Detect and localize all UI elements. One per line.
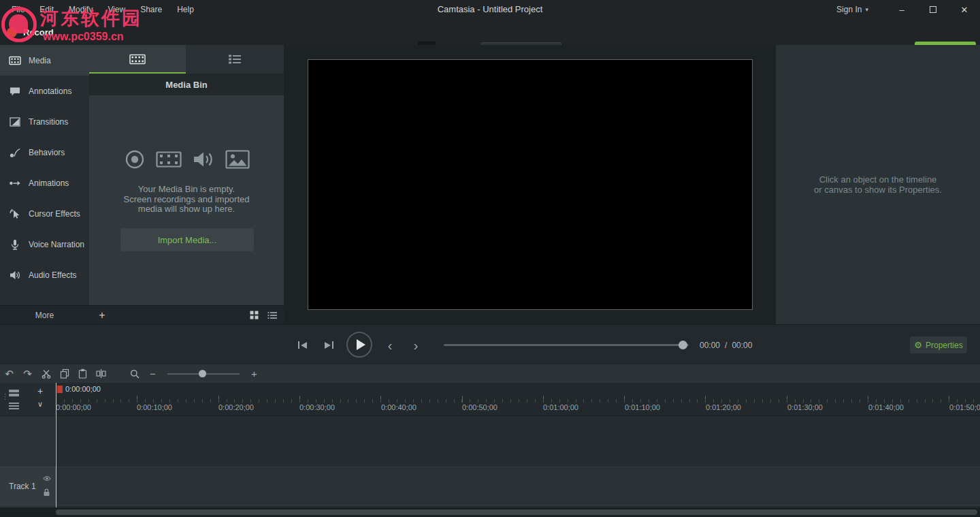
sidebar-item-cursor-effects[interactable]: Cursor Effects (0, 198, 89, 229)
cut-button[interactable] (37, 364, 55, 383)
ruler-label: 0:00:00;00 (56, 403, 91, 411)
playhead-line[interactable] (56, 383, 56, 507)
copy-button[interactable] (55, 364, 74, 383)
plus-icon: + (99, 309, 105, 322)
previous-frame-icon-triangle (301, 342, 307, 349)
ruler-label: 0:01:20;00 (706, 403, 741, 411)
behaviors-icon (9, 146, 21, 159)
track-height-large-icon[interactable] (8, 389, 20, 397)
cursor-effects-icon (9, 208, 21, 220)
sign-in-button[interactable]: Sign In ▾ (836, 5, 868, 14)
redo-button[interactable]: ↷ (18, 364, 37, 383)
timeline-toolbar: ↶ ↷ − + (0, 364, 980, 383)
track-options-button[interactable]: ∨ (34, 398, 46, 410)
zoom-in-button[interactable]: + (245, 364, 263, 383)
tab-media-bin[interactable] (89, 45, 186, 74)
sidebar-item-audio-effects[interactable]: Audio Effects (0, 260, 89, 290)
split-icon (96, 369, 106, 379)
properties-hint-line-2: or canvas to show its Properties. (776, 185, 980, 195)
transitions-icon (9, 116, 21, 128)
minimize-button[interactable]: – (886, 0, 917, 19)
undo-button[interactable]: ↶ (0, 364, 18, 383)
ruler-label: 0:00:30;00 (299, 403, 335, 411)
lock-icon[interactable] (43, 488, 50, 497)
timeline-corner: ⋮ + ∨ (0, 383, 56, 416)
plus-icon: + (251, 368, 257, 379)
media-bin-footer: + (89, 305, 284, 324)
properties-button[interactable]: ⚙ Properties (910, 336, 967, 354)
menu-file[interactable]: File (4, 0, 32, 19)
track-1-lane[interactable] (56, 467, 980, 505)
scissors-icon (42, 369, 51, 379)
add-media-button[interactable]: + (94, 306, 110, 324)
split-button[interactable] (92, 364, 110, 383)
paste-button[interactable] (74, 364, 92, 383)
empty-line-1: Your Media Bin is empty. (89, 185, 284, 195)
ruler-label: 0:00:50;00 (462, 403, 497, 411)
tools-sidebar: Media Annotations Transitions Behaviors … (0, 45, 89, 305)
eye-icon[interactable] (43, 475, 51, 482)
seek-handle[interactable] (679, 341, 687, 349)
import-media-button[interactable]: Import Media... (120, 228, 254, 251)
total-time: 00:00 (732, 341, 752, 350)
timeline-ruler[interactable]: 0:00:00;00 0:00:10;00 0:00:20;00 0:00:30… (0, 383, 980, 416)
timeline-zoom-slider[interactable] (167, 373, 240, 375)
next-frame-button[interactable] (319, 325, 338, 365)
track-height-small-icon[interactable] (8, 402, 20, 410)
timeline-scrollbar[interactable] (0, 507, 980, 517)
camtasia-window: File Edit Modify View Share Help Camtasi… (0, 0, 980, 517)
chevron-left-icon: ‹ (388, 325, 393, 365)
timeline-scrollbar-thumb[interactable] (56, 510, 977, 515)
titlebar-right: Sign In ▾ – ✕ (836, 0, 980, 19)
previous-frame-button[interactable] (293, 325, 312, 365)
sidebar-item-label: Animations (29, 178, 69, 188)
ruler-label: 0:00:40;00 (381, 403, 416, 411)
play-button[interactable] (346, 332, 372, 358)
sidebar-item-animations[interactable]: Animations (0, 168, 89, 198)
list-view-icon[interactable] (267, 311, 277, 319)
sidebar-item-behaviors[interactable]: Behaviors (0, 137, 89, 168)
sidebar-item-voice-narration[interactable]: Voice Narration (0, 229, 89, 260)
next-clip-button[interactable]: › (406, 325, 425, 365)
zoom-out-button[interactable]: − (144, 364, 162, 383)
timeline-zoom-group: − + (125, 364, 263, 383)
seek-slider[interactable] (444, 344, 689, 346)
sidebar-item-transitions[interactable]: Transitions (0, 106, 89, 137)
next-frame-icon (325, 342, 331, 349)
speaker-icon (9, 269, 21, 281)
menu-view[interactable]: View (100, 0, 133, 19)
menu-edit[interactable]: Edit (32, 0, 61, 19)
previous-clip-button[interactable]: ‹ (380, 325, 399, 365)
time-display: 00:00 / 00:00 (700, 325, 752, 365)
close-button[interactable]: ✕ (949, 0, 980, 19)
empty-line-2: Screen recordings and imported (89, 195, 284, 205)
minimize-icon: – (899, 5, 904, 15)
media-bin-tabs (89, 45, 284, 74)
maximize-button[interactable] (917, 0, 949, 19)
preview-canvas[interactable] (308, 59, 753, 310)
sidebar-item-label: Annotations (29, 87, 71, 96)
timeline-tracks[interactable]: Track 1 (0, 416, 980, 507)
menu-share[interactable]: Share (133, 0, 169, 19)
menu-help[interactable]: Help (169, 0, 201, 19)
zoom-tool-button[interactable] (125, 364, 144, 383)
tab-library[interactable] (186, 45, 284, 74)
redo-icon: ↷ (23, 368, 32, 380)
ruler-label: 0:01:50;00 (949, 403, 980, 411)
play-icon (357, 339, 365, 350)
filmstrip-tab-icon (129, 53, 146, 65)
track-1-header[interactable]: Track 1 (0, 467, 56, 505)
timeline-zoom-handle[interactable] (199, 370, 206, 377)
media-bin-title: Media Bin (165, 80, 207, 90)
sidebar-item-annotations[interactable]: Annotations (0, 76, 89, 106)
sidebar-item-media[interactable]: Media (0, 45, 89, 76)
playhead-marker[interactable] (57, 386, 63, 393)
ruler-minor-ticks (56, 399, 980, 403)
record-label: Record (23, 27, 54, 37)
grid-view-icon[interactable] (250, 311, 259, 319)
record-button[interactable]: Record (7, 23, 54, 41)
undo-icon: ↶ (5, 368, 14, 380)
sidebar-more-button[interactable]: More (0, 305, 89, 324)
add-track-button[interactable]: + (34, 385, 46, 396)
menu-modify[interactable]: Modify (61, 0, 100, 19)
